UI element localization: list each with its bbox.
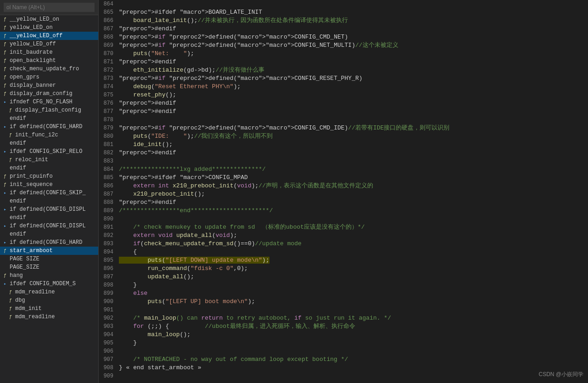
line-number: 871 bbox=[99, 58, 117, 66]
sidebar-item-label: ifndef CFG_NO_FLASH bbox=[10, 99, 73, 105]
sidebar-item[interactable]: ▸if defined(CONFIG_DISPL bbox=[0, 205, 98, 214]
sidebar-item[interactable]: ƒdisplay_dram_config bbox=[0, 90, 98, 98]
sidebar-item-label: mdm_init bbox=[15, 305, 42, 312]
code-line: 891 /* check menukey to update from sd （… bbox=[99, 223, 588, 231]
func-icon: ƒ bbox=[2, 16, 8, 23]
line-content: reset_phy(); bbox=[117, 91, 176, 99]
code-editor[interactable]: 864 865"preproc">#ifdef "macro">BOARD_LA… bbox=[99, 0, 588, 383]
line-content: update_all(); bbox=[117, 273, 194, 281]
sidebar-item-label: display_banner bbox=[10, 82, 56, 89]
sidebar-item[interactable]: ƒdbg bbox=[0, 296, 98, 304]
sidebar-item[interactable]: endif bbox=[0, 164, 98, 172]
sidebar-item[interactable]: ƒopen_gprs bbox=[0, 73, 98, 81]
code-line: 878 bbox=[99, 116, 588, 124]
sidebar-item[interactable]: ƒdisplay_banner bbox=[0, 81, 98, 90]
sidebar-item[interactable]: ▸if defined(CONFIG_DISPL bbox=[0, 222, 98, 230]
sidebar-item[interactable]: ƒinit_sequence bbox=[0, 180, 98, 189]
sidebar-item-label: endif bbox=[10, 165, 26, 171]
group-icon: ▸ bbox=[2, 99, 8, 105]
line-content: "preproc">#if "preproc2">defined("macro"… bbox=[117, 41, 398, 50]
line-number: 870 bbox=[99, 50, 117, 58]
sidebar-item-label: endif bbox=[10, 198, 26, 204]
line-number: 896 bbox=[99, 265, 117, 273]
sidebar-item[interactable]: ▸if defined(CONFIG_HARD bbox=[0, 238, 98, 247]
line-number: 905 bbox=[99, 339, 117, 347]
code-line: 879"preproc">#if "preproc2">defined("mac… bbox=[99, 124, 588, 132]
sidebar-item-label: display_flash_config bbox=[15, 107, 81, 113]
sidebar-item[interactable]: ƒreloc_init bbox=[0, 156, 98, 164]
sidebar-item-label: ifdef CONFIG_MODEM_S bbox=[10, 281, 76, 287]
sidebar-item[interactable]: ƒmdm_readline bbox=[0, 313, 98, 321]
sidebar-item[interactable]: ▸ifdef CONFIG_SKIP_RELO bbox=[0, 147, 98, 156]
line-number: 890 bbox=[99, 215, 117, 223]
code-line: 872 eth_initialize(gd->bd);//并没有做什么事 bbox=[99, 66, 588, 74]
sidebar-item[interactable]: ▸ifndef CFG_NO_FLASH bbox=[0, 98, 98, 106]
sidebar-item[interactable]: ƒ__yellow_LED_off bbox=[0, 32, 98, 40]
line-content: } bbox=[117, 339, 137, 347]
code-line: 887 x210_preboot_init(); bbox=[99, 190, 588, 198]
func-icon: ƒ bbox=[2, 74, 8, 80]
code-line: 907 /* NOTREACHED - no way out of comman… bbox=[99, 355, 588, 364]
code-line: 873"preproc">#if "preproc2">defined("mac… bbox=[99, 74, 588, 83]
sidebar-item[interactable]: PAGE SIZE bbox=[0, 255, 98, 263]
sidebar-item[interactable]: endif bbox=[0, 230, 98, 238]
line-number: 899 bbox=[99, 289, 117, 298]
func-icon: ƒ bbox=[2, 272, 8, 279]
sidebar-item[interactable]: PAGE_SIZE bbox=[0, 263, 98, 271]
line-number: 864 bbox=[99, 0, 117, 8]
line-number: 868 bbox=[99, 33, 117, 41]
sidebar-item[interactable]: ƒinit_baudrate bbox=[0, 48, 98, 56]
sidebar-item[interactable]: ƒ__yellow_LED_on bbox=[0, 15, 98, 23]
sidebar-item[interactable]: ƒyellow_LED_off bbox=[0, 40, 98, 48]
line-number: 877 bbox=[99, 107, 117, 116]
sidebar-item[interactable]: ƒcheck_menu_update_fro bbox=[0, 65, 98, 73]
code-lines-container: 864 865"preproc">#ifdef "macro">BOARD_LA… bbox=[99, 0, 588, 380]
line-content: puts("[LEFT UP] boot mode\n"); bbox=[117, 298, 255, 306]
line-content: puts("Net: "); bbox=[117, 50, 194, 58]
line-content: debug("Reset Ethernet PHY\n"); bbox=[117, 83, 241, 91]
sidebar-item[interactable]: endif bbox=[0, 197, 98, 205]
line-content bbox=[117, 372, 123, 380]
sidebar: ƒ__yellow_LED_onƒyellow_LED_onƒ__yellow_… bbox=[0, 0, 99, 383]
sidebar-item-label: PAGE SIZE bbox=[10, 256, 39, 262]
sidebar-item[interactable]: ƒmdm_readline bbox=[0, 288, 98, 296]
sidebar-item[interactable]: endif bbox=[0, 214, 98, 222]
sidebar-item[interactable]: ƒdisplay_flash_config bbox=[0, 106, 98, 114]
sidebar-item[interactable]: ƒmdm_init bbox=[0, 304, 98, 313]
line-number: 887 bbox=[99, 190, 117, 198]
sidebar-item[interactable]: ƒyellow_LED_on bbox=[0, 23, 98, 32]
group-icon: ▸ bbox=[2, 190, 8, 196]
sidebar-item[interactable]: endif bbox=[0, 139, 98, 147]
sidebar-item[interactable]: ƒopen_backlight bbox=[0, 56, 98, 65]
line-content bbox=[117, 306, 123, 314]
sidebar-item-label: display_dram_config bbox=[10, 90, 73, 97]
sidebar-item-label: init_sequence bbox=[10, 181, 53, 188]
code-line: 865"preproc">#ifdef "macro">BOARD_LATE_I… bbox=[99, 8, 588, 17]
code-line: 893 if(check_menu_update_from_sd()==0)//… bbox=[99, 240, 588, 248]
func-icon: ƒ bbox=[7, 289, 14, 295]
sidebar-item[interactable]: ▸ifdef CONFIG_MODEM_S bbox=[0, 280, 98, 288]
code-line: 877"preproc">#endif bbox=[99, 107, 588, 116]
sidebar-item-label: __yellow_LED_off bbox=[10, 33, 62, 39]
sidebar-list[interactable]: ƒ__yellow_LED_onƒyellow_LED_onƒ__yellow_… bbox=[0, 15, 98, 383]
line-content: "preproc">#endif bbox=[117, 25, 176, 33]
sidebar-item[interactable]: ƒinit_func_i2c bbox=[0, 131, 98, 139]
code-line: 906 bbox=[99, 347, 588, 355]
kw-icon bbox=[2, 231, 8, 237]
sidebar-item[interactable]: endif bbox=[0, 114, 98, 123]
line-content: "preproc">#if "preproc2">defined("macro"… bbox=[117, 33, 348, 41]
sidebar-item-label: open_backlight bbox=[10, 57, 56, 64]
kw-icon bbox=[2, 140, 8, 146]
sidebar-item[interactable]: ƒhang bbox=[0, 271, 98, 280]
kw-icon bbox=[2, 214, 8, 221]
sidebar-item[interactable]: ƒstart_armboot bbox=[0, 247, 98, 255]
sidebar-item[interactable]: ▸if defined(CONFIG_HARD bbox=[0, 123, 98, 131]
sidebar-search-input[interactable] bbox=[4, 3, 95, 12]
code-line: 876"preproc">#endif bbox=[99, 99, 588, 107]
func-icon: ƒ bbox=[2, 82, 8, 89]
line-content: /****************lxg added**************… bbox=[117, 165, 266, 174]
sidebar-item-label: hang bbox=[10, 272, 23, 279]
kw-icon bbox=[2, 165, 8, 171]
sidebar-item[interactable]: ƒprint_cpuinfo bbox=[0, 172, 98, 180]
sidebar-item[interactable]: ▸if defined(CONFIG_SKIP_ bbox=[0, 189, 98, 197]
